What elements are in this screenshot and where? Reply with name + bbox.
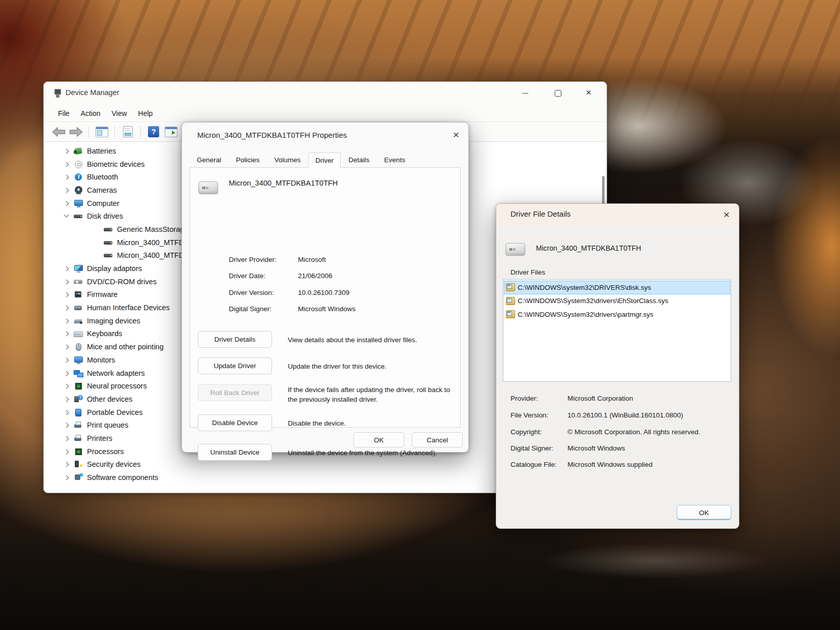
forward-icon [69, 127, 83, 137]
action-window-button[interactable] [162, 124, 179, 139]
tree-item-label: Micron_3400_MTFDK [117, 251, 189, 259]
camera-icon [74, 186, 83, 194]
show-console-tree-button[interactable] [93, 124, 110, 139]
tree-item-label: Computer [87, 199, 119, 207]
maximize-button[interactable] [542, 82, 574, 105]
disable-device-button[interactable]: Disable Device [198, 414, 272, 431]
chevron-right-icon[interactable] [63, 147, 71, 155]
tree-item-label: Imaging devices [87, 317, 140, 325]
software-icon [74, 473, 83, 482]
chevron-right-icon[interactable] [63, 434, 71, 442]
update-driver-button[interactable]: Update Driver [198, 357, 272, 374]
chevron-right-icon[interactable] [63, 329, 71, 338]
tab-volumes[interactable]: Volumes [267, 153, 308, 167]
driver-file-item[interactable]: C:\WINDOWS\system32\DRIVERS\disk.sys [504, 281, 730, 294]
fingerprint-icon [74, 160, 83, 168]
help-button[interactable]: ? [145, 124, 162, 139]
tree-item-label: Portable Devices [87, 408, 143, 416]
tab-strip: GeneralPoliciesVolumesDriverDetailsEvent… [190, 152, 413, 167]
chevron-right-icon[interactable] [63, 173, 71, 181]
dialog-close-icon[interactable]: × [724, 209, 730, 220]
menu-action[interactable]: Action [75, 107, 106, 119]
field-label-driver-version: Driver Version: [229, 289, 274, 296]
chevron-right-icon[interactable] [63, 160, 71, 168]
dialog-close-icon[interactable]: × [453, 130, 459, 140]
menu-view[interactable]: View [106, 107, 132, 119]
drive-icon [74, 212, 83, 220]
menu-help[interactable]: Help [133, 107, 159, 119]
driver-file-item[interactable]: C:\WINDOWS\System32\drivers\partmgr.sys [504, 308, 730, 321]
chevron-right-icon[interactable] [63, 186, 71, 194]
ok-button[interactable]: OK [353, 432, 404, 447]
tab-policies[interactable]: Policies [229, 153, 267, 167]
update-driver-description: Update the driver for this device. [288, 362, 456, 371]
tab-general[interactable]: General [190, 153, 228, 167]
cancel-button[interactable]: Cancel [412, 432, 463, 447]
uninstall-device-button[interactable]: Uninstall Device [198, 444, 272, 461]
driver-details-button[interactable]: Driver Details [198, 331, 272, 348]
imaging-icon [74, 317, 83, 325]
field-value-file-version: 10.0.26100.1 (WinBuild.160101.0800) [567, 411, 683, 419]
disable-device-description: Disable the device. [288, 418, 456, 428]
tree-item-label: Keyboards [87, 329, 122, 338]
chevron-right-icon[interactable] [63, 304, 71, 312]
tree-item-label: Batteries [87, 147, 116, 155]
driver-file-details-dialog: Driver File Details × Micron_3400_MTFDKB… [496, 203, 739, 529]
chevron-down-icon[interactable] [63, 212, 71, 220]
tree-item-label: Display adaptors [87, 264, 142, 273]
chevron-right-icon[interactable] [63, 290, 71, 298]
chevron-right-icon[interactable] [63, 408, 71, 416]
field-value-digital-signer: Microsoft Windows [298, 305, 355, 313]
portable-icon [74, 408, 83, 416]
field-label-digital-signer: Digital Signer: [511, 444, 553, 452]
roll-back-driver-button[interactable]: Roll Back Driver [198, 384, 272, 401]
driver-files-list: C:\WINDOWS\system32\DRIVERS\disk.sysC:\W… [503, 279, 731, 382]
disk-drive-icon [505, 243, 525, 256]
chip-icon [74, 382, 83, 390]
properties-button[interactable] [119, 124, 136, 139]
chevron-right-icon[interactable] [63, 421, 71, 429]
console-tree-icon [96, 127, 108, 137]
driver-file-item[interactable]: C:\WINDOWS\System32\drivers\EhStorClass.… [504, 294, 730, 308]
drive-icon [104, 238, 113, 247]
field-value-driver-version: 10.0.26100.7309 [298, 289, 349, 296]
toolbar-separator [140, 126, 141, 138]
chevron-right-icon[interactable] [63, 473, 71, 482]
chevron-right-icon[interactable] [63, 278, 71, 286]
tree-item-label: Print queues [87, 421, 128, 429]
tree-item-label: Disk drives [87, 212, 123, 220]
tree-item-label: Mice and other pointing [87, 343, 164, 351]
chevron-right-icon[interactable] [63, 447, 71, 456]
tab-driver[interactable]: Driver [308, 153, 341, 168]
back-icon [52, 127, 66, 137]
field-value-digital-signer: Microsoft Windows [567, 444, 625, 452]
chevron-right-icon[interactable] [63, 199, 71, 207]
close-button[interactable]: × [574, 82, 607, 105]
chevron-right-icon[interactable] [63, 343, 71, 351]
ok-button[interactable]: OK [677, 505, 731, 520]
chevron-right-icon[interactable] [63, 369, 71, 377]
dialog-title: Micron_3400_MTFDKBA1T0TFH Properties [197, 131, 347, 139]
display-icon [74, 264, 83, 273]
tree-item-label: Bluetooth [87, 173, 118, 181]
uninstall-device-description: Uninstall the device from the system (Ad… [288, 448, 456, 458]
chevron-right-icon[interactable] [63, 395, 71, 403]
minimize-icon [522, 93, 528, 94]
chevron-right-icon[interactable] [63, 356, 71, 364]
minimize-button[interactable] [509, 82, 542, 105]
action-window-icon [165, 127, 177, 137]
drive-icon [104, 251, 113, 259]
chevron-right-icon[interactable] [63, 264, 71, 273]
device-name: Micron_3400_MTFDKBA1T0TFH [536, 244, 641, 252]
tree-item-label: DVD/CD-ROM drives [87, 278, 157, 286]
system-file-icon [506, 283, 515, 291]
field-label-provider: Provider: [511, 395, 538, 402]
forward-button[interactable] [67, 124, 84, 139]
tab-details[interactable]: Details [341, 153, 376, 167]
chevron-right-icon[interactable] [63, 460, 71, 468]
chevron-right-icon[interactable] [63, 317, 71, 325]
chevron-right-icon[interactable] [63, 382, 71, 390]
menu-file[interactable]: File [52, 107, 75, 119]
tab-events[interactable]: Events [377, 153, 412, 167]
back-button[interactable] [50, 124, 67, 139]
